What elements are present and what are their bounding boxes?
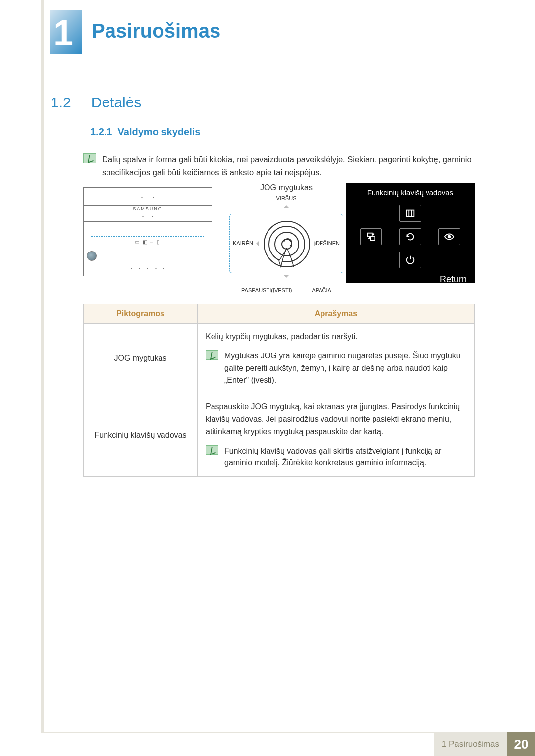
table-header-icons: Piktogramos xyxy=(84,304,198,324)
osd-menu-icon xyxy=(399,205,421,222)
table-row: JOG mygtukas Kelių krypčių mygtukas, pad… xyxy=(84,324,475,394)
description-table: Piktogramos Aprašymas JOG mygtukas Kelių… xyxy=(83,304,475,477)
jog-wheel-icon xyxy=(262,219,312,269)
decor-left-stripe xyxy=(41,0,44,733)
row2-note: Funkcinių klavišų vadovas gali skirtis a… xyxy=(224,445,466,470)
table-header-desc: Aprašymas xyxy=(198,304,475,324)
osd-panel: Funkcinių klavišų vadovas Return xyxy=(346,183,475,283)
osd-pip-icon xyxy=(360,228,382,245)
monitor-rear-diagram: ∘ ∘ SAMSUNG ∘ ∘ ▭ ◧ ⎓ ▯ ∘ ∘ ∘ ∘ ∘ xyxy=(83,187,212,276)
arrow-left-icon xyxy=(254,241,259,246)
top-note-text: Dalių spalva ir forma gali būti kitokia,… xyxy=(102,153,481,179)
svg-rect-4 xyxy=(407,210,414,217)
osd-power-icon xyxy=(399,252,421,268)
footer-page-number: 20 xyxy=(507,732,535,756)
note-icon xyxy=(83,153,96,163)
page-footer: 1 Pasiruošimas 20 xyxy=(41,732,535,756)
row1-desc: Kelių krypčių mygtukas, padedantis naršy… xyxy=(206,331,466,343)
jog-dir-bottom: APAČIA xyxy=(312,287,331,293)
row2-icon-label: Funkcinių klavišų vadovas xyxy=(84,394,198,477)
arrow-down-icon xyxy=(284,275,289,280)
osd-eye-icon xyxy=(438,228,460,245)
section-title: Detalės xyxy=(91,94,142,111)
jog-press-label: PASPAUSTI(ĮVESTI) xyxy=(241,287,292,293)
jog-dir-right: DEŠINĖN xyxy=(316,240,340,246)
svg-point-0 xyxy=(264,221,310,267)
osd-return-label: Return xyxy=(353,270,468,285)
row2-desc: Paspauskite JOG mygtuką, kai ekranas yra… xyxy=(206,401,466,438)
svg-point-9 xyxy=(448,236,451,238)
note-icon xyxy=(206,445,218,455)
jog-diagram: JOG mygtukas VIRŠUS KAIRĖN DEŠINĖN xyxy=(222,183,351,292)
row1-icon-label: JOG mygtukas xyxy=(84,324,198,394)
jog-dir-top: VIRŠUS xyxy=(222,195,351,201)
table-row: Funkcinių klavišų vadovas Paspauskite JO… xyxy=(84,394,475,477)
svg-rect-8 xyxy=(370,237,374,240)
osd-back-icon xyxy=(399,228,421,245)
footer-chapter-label: 1 Pasiruošimas xyxy=(434,732,507,756)
chapter-number: 1 xyxy=(54,12,73,53)
chapter-title: Pasiruošimas xyxy=(92,20,220,42)
osd-title: Funkcinių klavišų vadovas xyxy=(353,188,468,202)
row1-note: Mygtukas JOG yra kairėje gaminio nugarėl… xyxy=(224,350,466,387)
jog-dir-left: KAIRĖN xyxy=(233,240,253,246)
subsection-title: Valdymo skydelis xyxy=(118,126,201,137)
svg-point-2 xyxy=(275,232,299,256)
svg-point-3 xyxy=(282,239,292,249)
svg-point-1 xyxy=(269,226,305,262)
monitor-jog-dot xyxy=(87,251,97,261)
section-number: 1.2 xyxy=(51,94,71,111)
subsection-number: 1.2.1 xyxy=(90,126,112,137)
arrow-up-icon xyxy=(284,203,289,208)
jog-label: JOG mygtukas xyxy=(222,183,351,192)
monitor-brand-label: SAMSUNG xyxy=(84,206,212,211)
note-icon xyxy=(206,350,218,360)
diagram-area: ∘ ∘ SAMSUNG ∘ ∘ ▭ ◧ ⎓ ▯ ∘ ∘ ∘ ∘ ∘ JOG my… xyxy=(83,183,475,297)
svg-rect-7 xyxy=(368,233,372,237)
